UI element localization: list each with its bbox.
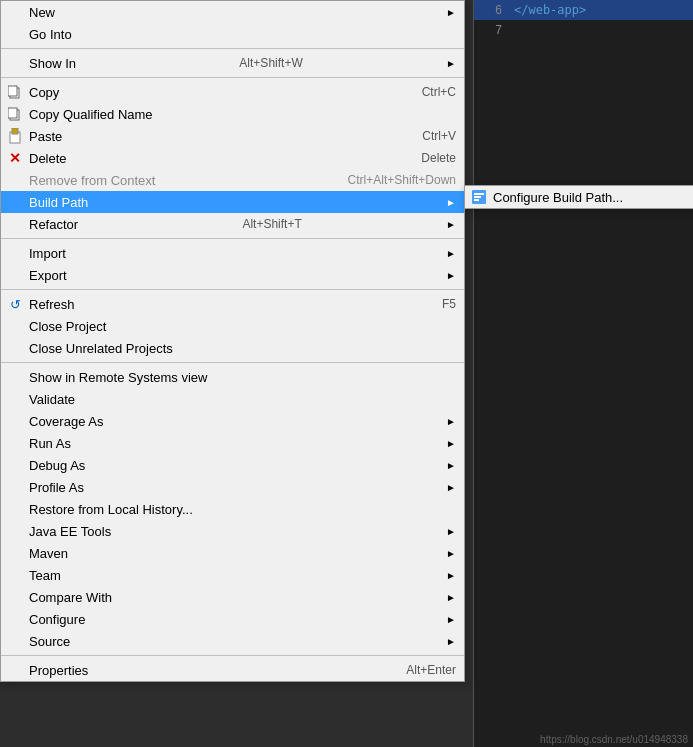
menu-item-refresh[interactable]: ↺ Refresh F5 <box>1 293 464 315</box>
menu-item-debug-as[interactable]: Debug As ► <box>1 454 464 476</box>
menu-item-restore-history-label: Restore from Local History... <box>29 502 193 517</box>
menu-item-copy-qualified-label: Copy Qualified Name <box>29 107 153 122</box>
show-in-shortcut: Alt+Shift+W <box>209 56 302 70</box>
menu-item-debug-as-label: Debug As <box>29 458 85 473</box>
debug-as-arrow-icon: ► <box>436 460 456 471</box>
delete-icon: ✕ <box>5 151 25 165</box>
svg-rect-8 <box>474 196 481 198</box>
properties-shortcut: Alt+Enter <box>376 663 456 677</box>
menu-item-profile-as[interactable]: Profile As ► <box>1 476 464 498</box>
menu-item-import-label: Import <box>29 246 66 261</box>
svg-rect-7 <box>474 193 484 195</box>
menu-item-go-into[interactable]: Go Into <box>1 23 464 45</box>
menu-item-properties[interactable]: Properties Alt+Enter <box>1 659 464 681</box>
editor-line-6: 6 </web-app> <box>474 0 693 20</box>
menu-item-import[interactable]: Import ► <box>1 242 464 264</box>
remove-context-shortcut: Ctrl+Alt+Shift+Down <box>318 173 456 187</box>
svg-rect-3 <box>8 108 17 118</box>
menu-item-configure-label: Configure <box>29 612 85 627</box>
menu-item-maven[interactable]: Maven ► <box>1 542 464 564</box>
menu-item-delete[interactable]: ✕ Delete Delete <box>1 147 464 169</box>
maven-arrow-icon: ► <box>436 548 456 559</box>
context-menu: New ► Go Into Show In Alt+Shift+W ► Copy… <box>0 0 465 682</box>
menu-item-close-unrelated[interactable]: Close Unrelated Projects <box>1 337 464 359</box>
line-number-7: 7 <box>482 23 502 37</box>
menu-item-show-remote[interactable]: Show in Remote Systems view <box>1 366 464 388</box>
menu-item-validate-label: Validate <box>29 392 75 407</box>
menu-item-close-project[interactable]: Close Project <box>1 315 464 337</box>
copy-icon <box>5 85 25 99</box>
menu-item-show-in[interactable]: Show In Alt+Shift+W ► <box>1 52 464 74</box>
menu-item-java-ee-tools[interactable]: Java EE Tools ► <box>1 520 464 542</box>
refresh-shortcut: F5 <box>412 297 456 311</box>
menu-item-refresh-label: Refresh <box>29 297 75 312</box>
separator-6 <box>1 655 464 656</box>
separator-5 <box>1 362 464 363</box>
svg-rect-9 <box>474 199 479 201</box>
menu-item-configure-build-path[interactable]: Configure Build Path... <box>465 186 693 208</box>
menu-item-go-into-label: Go Into <box>29 27 72 42</box>
menu-item-show-in-label: Show In <box>29 56 76 71</box>
separator-2 <box>1 77 464 78</box>
configure-build-path-label: Configure Build Path... <box>493 190 623 205</box>
menu-item-java-ee-tools-label: Java EE Tools <box>29 524 111 539</box>
editor-panel: 6 </web-app> 7 <box>473 0 693 747</box>
export-arrow-icon: ► <box>436 270 456 281</box>
menu-item-show-remote-label: Show in Remote Systems view <box>29 370 207 385</box>
editor-line-7: 7 <box>474 20 693 40</box>
configure-arrow-icon: ► <box>436 614 456 625</box>
menu-item-source[interactable]: Source ► <box>1 630 464 652</box>
copy-qualified-icon <box>5 107 25 121</box>
source-arrow-icon: ► <box>436 636 456 647</box>
paste-icon <box>5 128 25 144</box>
menu-item-export[interactable]: Export ► <box>1 264 464 286</box>
menu-item-build-path-label: Build Path <box>29 195 88 210</box>
menu-item-new-label: New <box>29 5 55 20</box>
refactor-shortcut: Alt+Shift+T <box>212 217 301 231</box>
menu-item-export-label: Export <box>29 268 67 283</box>
menu-item-new[interactable]: New ► <box>1 1 464 23</box>
menu-item-restore-history[interactable]: Restore from Local History... <box>1 498 464 520</box>
menu-item-properties-label: Properties <box>29 663 88 678</box>
separator-3 <box>1 238 464 239</box>
java-ee-tools-arrow-icon: ► <box>436 526 456 537</box>
show-in-arrow-icon: ► <box>436 58 456 69</box>
paste-shortcut: Ctrl+V <box>392 129 456 143</box>
menu-item-delete-label: Delete <box>29 151 67 166</box>
separator-4 <box>1 289 464 290</box>
menu-item-copy[interactable]: Copy Ctrl+C <box>1 81 464 103</box>
menu-item-copy-label: Copy <box>29 85 59 100</box>
delete-shortcut: Delete <box>391 151 456 165</box>
menu-item-coverage-as[interactable]: Coverage As ► <box>1 410 464 432</box>
menu-item-refactor-label: Refactor <box>29 217 78 232</box>
svg-rect-5 <box>12 128 18 134</box>
menu-item-copy-qualified[interactable]: Copy Qualified Name <box>1 103 464 125</box>
menu-item-team-label: Team <box>29 568 61 583</box>
menu-item-configure[interactable]: Configure ► <box>1 608 464 630</box>
configure-build-path-icon <box>469 190 489 204</box>
menu-item-paste[interactable]: Paste Ctrl+V <box>1 125 464 147</box>
menu-item-remove-context[interactable]: Remove from Context Ctrl+Alt+Shift+Down <box>1 169 464 191</box>
menu-item-profile-as-label: Profile As <box>29 480 84 495</box>
coverage-as-arrow-icon: ► <box>436 416 456 427</box>
menu-item-validate[interactable]: Validate <box>1 388 464 410</box>
refresh-icon: ↺ <box>5 297 25 312</box>
menu-item-team[interactable]: Team ► <box>1 564 464 586</box>
line-content-6: </web-app> <box>514 3 586 17</box>
build-path-submenu: Configure Build Path... <box>464 185 693 209</box>
menu-item-run-as[interactable]: Run As ► <box>1 432 464 454</box>
separator-1 <box>1 48 464 49</box>
menu-item-close-unrelated-label: Close Unrelated Projects <box>29 341 173 356</box>
new-arrow-icon: ► <box>436 7 456 18</box>
menu-item-build-path[interactable]: Build Path ► <box>1 191 464 213</box>
compare-with-arrow-icon: ► <box>436 592 456 603</box>
copy-shortcut: Ctrl+C <box>392 85 456 99</box>
menu-item-coverage-as-label: Coverage As <box>29 414 103 429</box>
menu-item-run-as-label: Run As <box>29 436 71 451</box>
team-arrow-icon: ► <box>436 570 456 581</box>
svg-rect-1 <box>8 86 17 96</box>
menu-item-remove-context-label: Remove from Context <box>29 173 155 188</box>
menu-item-refactor[interactable]: Refactor Alt+Shift+T ► <box>1 213 464 235</box>
menu-item-close-project-label: Close Project <box>29 319 106 334</box>
menu-item-compare-with[interactable]: Compare With ► <box>1 586 464 608</box>
